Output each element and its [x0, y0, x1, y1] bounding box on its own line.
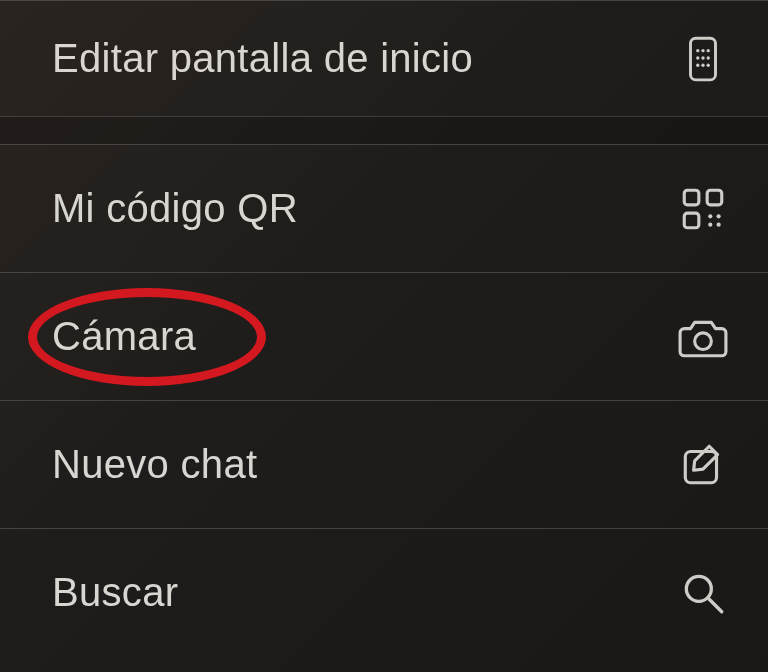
svg-rect-12: [684, 213, 699, 228]
menu-item-search[interactable]: Buscar: [0, 528, 768, 656]
svg-point-7: [696, 63, 699, 66]
svg-point-9: [707, 63, 710, 66]
svg-point-17: [695, 332, 712, 349]
menu-item-edit-home[interactable]: Editar pantalla de inicio: [0, 0, 768, 116]
svg-rect-11: [707, 190, 722, 205]
menu-item-label: Buscar: [52, 570, 178, 615]
menu-item-qr[interactable]: Mi código QR: [0, 144, 768, 272]
svg-rect-10: [684, 190, 699, 205]
camera-icon: [678, 312, 728, 362]
menu-item-label: Editar pantalla de inicio: [52, 36, 473, 81]
svg-point-3: [707, 49, 710, 52]
menu-item-label: Cámara: [52, 314, 196, 359]
svg-point-13: [708, 214, 712, 218]
svg-point-15: [708, 222, 712, 226]
svg-point-2: [701, 49, 704, 52]
svg-point-16: [717, 222, 721, 226]
phone-grid-icon: [678, 34, 728, 84]
search-icon: [678, 568, 728, 618]
svg-point-19: [686, 576, 711, 601]
menu-separator: [0, 116, 768, 144]
svg-point-5: [701, 56, 704, 59]
menu-item-camera[interactable]: Cámara: [0, 272, 768, 400]
svg-point-14: [717, 214, 721, 218]
svg-line-20: [709, 599, 722, 612]
compose-icon: [678, 440, 728, 490]
menu-item-label: Nuevo chat: [52, 442, 257, 487]
svg-point-1: [696, 49, 699, 52]
svg-point-6: [707, 56, 710, 59]
svg-point-8: [701, 63, 704, 66]
menu-item-label: Mi código QR: [52, 186, 298, 231]
svg-point-4: [696, 56, 699, 59]
menu-item-new-chat[interactable]: Nuevo chat: [0, 400, 768, 528]
context-menu: Editar pantalla de inicio Mi código QR: [0, 0, 768, 672]
qr-icon: [678, 184, 728, 234]
